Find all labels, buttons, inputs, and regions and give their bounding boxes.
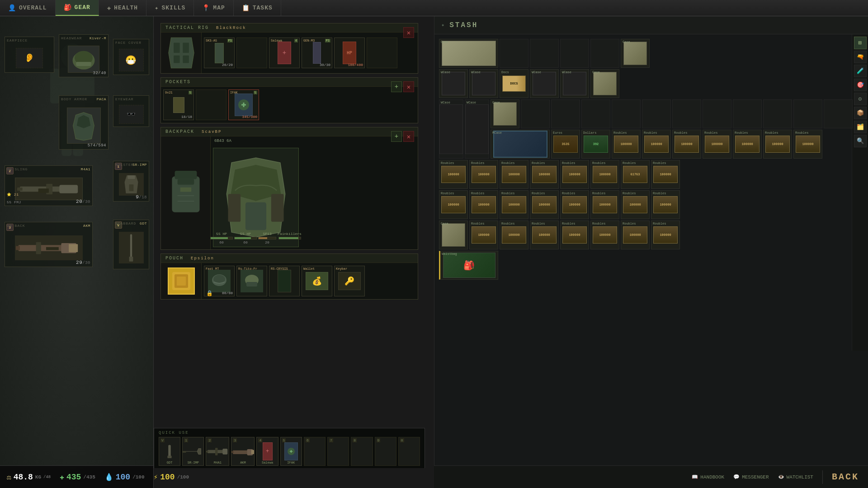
stash-filter-6[interactable]: 🗂️ <box>854 121 867 133</box>
tab-gear[interactable]: 🎒 GEAR <box>56 0 99 16</box>
stash-roubles-3[interactable]: Roubles 100000 <box>672 130 701 159</box>
tactical-rig-close[interactable]: ✕ <box>403 27 414 38</box>
stash-wcase-tall-2[interactable]: WCase <box>465 99 489 159</box>
pouch-slot-3[interactable]: RS-CRYSIS <box>269 266 300 296</box>
stash-case-med-2[interactable]: Case <box>590 69 619 98</box>
stash-wcase-1[interactable]: WCase <box>439 69 468 98</box>
slot-onback[interactable]: 3 ON BACK AKM 29/30 <box>5 222 93 267</box>
qu-slot-9[interactable]: 9 <box>375 437 396 466</box>
stash-r15[interactable]: Roubles100000 <box>621 190 650 219</box>
stash-waistbag[interactable]: Waistbag 🎒 <box>439 251 498 280</box>
qu-slot-7[interactable]: 7 <box>327 437 349 466</box>
stash-wcase-3[interactable]: WCase <box>530 69 559 98</box>
qu-slot-0[interactable]: 0 <box>398 437 420 466</box>
stash-bottom-case[interactable]: Case <box>439 221 468 249</box>
stash-br4[interactable]: Roubles100000 <box>560 221 589 249</box>
stash-empty-11[interactable] <box>703 99 731 128</box>
stash-filter-3[interactable]: 🎯 <box>854 79 867 91</box>
slot-facecover[interactable]: FACE COVER 😷 <box>113 39 149 75</box>
stash-case-large-1[interactable]: Case <box>439 39 498 68</box>
stash-r10[interactable]: Roubles100000 <box>469 190 498 219</box>
slot-scabbard[interactable]: V SCABBARD GDT <box>113 220 149 269</box>
stash-filter-1[interactable]: 🔫 <box>854 51 867 63</box>
pocket-slot-2[interactable] <box>196 89 226 120</box>
stash-empty-5[interactable] <box>521 99 550 128</box>
stash-br2[interactable]: Roubles100000 <box>500 221 528 249</box>
stash-empty-7[interactable] <box>581 99 610 128</box>
stash-wcase-tall-1[interactable]: WCase <box>439 99 463 159</box>
backpack-expand[interactable]: + <box>391 131 402 142</box>
slot-holster[interactable]: 1 HOLSTER SR-IMP 9/18 <box>113 161 149 202</box>
tab-skills[interactable]: ✦ SKILLS <box>146 0 194 16</box>
qu-slot-4[interactable]: 4 + Salewa <box>256 437 278 466</box>
stash-br7[interactable]: Roubles100000 <box>651 221 680 249</box>
qu-slot-2[interactable]: 2 M4A1 <box>206 437 229 466</box>
stash-r11[interactable]: Roubles100000 <box>500 190 528 219</box>
stash-r8[interactable]: Roubles100000 <box>651 160 680 189</box>
stash-filter-5[interactable]: 📦 <box>854 107 867 119</box>
qu-slot-3[interactable]: 3 AKM <box>231 437 255 466</box>
stash-r7[interactable]: Roubles61763 <box>621 160 650 189</box>
stash-empty-13[interactable] <box>763 99 792 128</box>
rig-slot-3[interactable]: 4 + Salewa <box>269 38 300 68</box>
pockets-expand[interactable]: + <box>391 81 402 92</box>
stash-roubles-5[interactable]: Roubles 100000 <box>733 130 762 159</box>
stash-case-med-1[interactable]: Case <box>621 39 650 68</box>
stash-empty-3[interactable] <box>560 39 589 68</box>
stash-empty-6[interactable] <box>551 99 580 128</box>
stash-euros[interactable]: Euros 3535 <box>551 130 580 159</box>
stash-r12[interactable]: Roubles100000 <box>530 190 559 219</box>
stash-br6[interactable]: Roubles100000 <box>621 221 650 249</box>
stash-br3[interactable]: Roubles100000 <box>530 221 559 249</box>
stash-br5[interactable]: Roubles100000 <box>590 221 619 249</box>
qu-slot-1[interactable]: 1 SR-IMP <box>182 437 204 466</box>
tab-tasks[interactable]: 📋 TASKS <box>234 0 281 16</box>
stash-r6[interactable]: Roubles100000 <box>590 160 619 189</box>
stash-empty-12[interactable] <box>733 99 762 128</box>
pouch-slot-5[interactable]: 🔑 Keybar <box>334 266 365 296</box>
tactical-rig-thumbnail[interactable] <box>161 33 202 73</box>
backpack-main-item[interactable]: 55 HP 60 55 HP 60 <box>213 148 299 247</box>
slot-headwear[interactable]: HEADWEAR Kiver-M 32/40 <box>59 34 108 77</box>
tab-map[interactable]: 📍 MAP <box>194 0 233 16</box>
stash-r14[interactable]: Roubles100000 <box>590 190 619 219</box>
stash-r9[interactable]: Roubles100000 <box>439 190 468 219</box>
stash-mcase[interactable]: MCase <box>491 130 550 159</box>
pockets-close[interactable]: ✕ <box>403 81 414 92</box>
slot-bodyarmor[interactable]: BODY ARMOR PACA 574/594 <box>59 95 108 150</box>
slot-earpiece[interactable]: EARPIECE 👂 <box>5 37 54 73</box>
messenger-button[interactable]: 💬 MESSENGER <box>733 474 769 480</box>
rig-slot-4[interactable]: GEN-M3 PS 30/30 <box>302 38 332 68</box>
stash-roubles-7[interactable]: Roubles 100000 <box>793 130 822 159</box>
stash-roubles-2[interactable]: Roubles 100000 <box>642 130 671 159</box>
stash-roubles-6[interactable]: Roubles 100000 <box>763 130 792 159</box>
stash-grid-view[interactable]: ⊞ <box>854 37 867 49</box>
qu-slot-5[interactable]: 5 IFAK <box>280 437 302 466</box>
stash-empty-9[interactable] <box>642 99 671 128</box>
stash-empty-8[interactable] <box>612 99 641 128</box>
tab-overall[interactable]: 👤 OVERALL <box>0 0 56 16</box>
watchlist-button[interactable]: 👁️ WATCHLIST <box>778 474 813 480</box>
qu-slot-v[interactable]: V GDT <box>159 437 180 466</box>
stash-roubles-4[interactable]: Roubles 100000 <box>703 130 731 159</box>
stash-empty-1[interactable] <box>500 39 528 68</box>
pouch-slot-2[interactable]: Rs-Tito-Fr <box>236 266 267 296</box>
pouch-thumbnail[interactable] <box>161 263 202 299</box>
qu-slot-6[interactable]: 6 <box>304 437 326 466</box>
stash-wcase-2[interactable]: WCase <box>469 69 498 98</box>
stash-br1[interactable]: Roubles100000 <box>469 221 498 249</box>
stash-r5[interactable]: Roubles100000 <box>560 160 589 189</box>
back-button[interactable]: BACK <box>832 472 859 482</box>
stash-empty-4[interactable] <box>590 39 619 68</box>
stash-empty-2[interactable] <box>530 39 559 68</box>
stash-filter-2[interactable]: 🧪 <box>854 65 867 77</box>
stash-wcase-4[interactable]: WCase <box>560 69 589 98</box>
pouch-slot-4[interactable]: 💰 Wallet <box>302 266 332 296</box>
stash-r3[interactable]: Roubles100000 <box>500 160 528 189</box>
slot-onsling[interactable]: 2 ON SLING M4A1 55 FMJ 20/30 ⭐ 21 <box>5 165 93 206</box>
qu-slot-8[interactable]: 8 <box>351 437 373 466</box>
stash-empty-14[interactable] <box>793 99 822 128</box>
backpack-close[interactable]: ✕ <box>403 131 414 142</box>
rig-slot-6[interactable] <box>367 38 397 68</box>
stash-r2[interactable]: Roubles100000 <box>469 160 498 189</box>
